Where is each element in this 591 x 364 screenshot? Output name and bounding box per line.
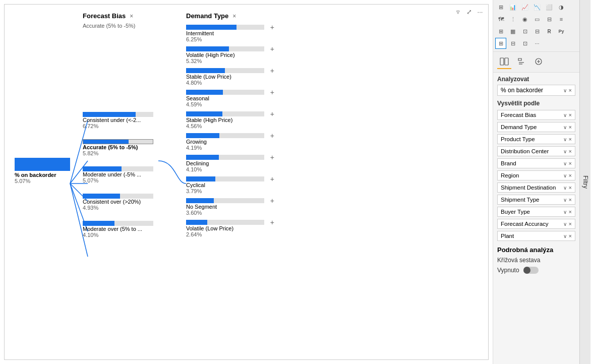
fb-item-1[interactable]: Consistent under (<-2... 6.72%: [83, 112, 153, 129]
dt-plus-2[interactable]: +: [270, 45, 274, 53]
dt-plus-7[interactable]: +: [270, 153, 274, 161]
dt-item-2[interactable]: + Volatile (High Price) 5.32%: [186, 46, 264, 64]
fields-icon[interactable]: [497, 55, 511, 69]
fb-item-5[interactable]: Moderate over (5% to ... 4.10%: [83, 221, 153, 238]
dt-item-3[interactable]: + Stable (Low Price) 4.80%: [186, 68, 264, 86]
icon-more2[interactable]: ···: [531, 38, 543, 49]
analytics-icon[interactable]: [531, 55, 546, 69]
dt-item-1[interactable]: + Intermittent 6.25%: [186, 25, 264, 42]
icon-slicer[interactable]: ≡: [556, 14, 567, 25]
explain-x-4[interactable]: ×: [569, 148, 572, 154]
icon-table[interactable]: ⊞: [495, 2, 506, 13]
explain-item-buyer-type[interactable]: Buyer Type ∨ ×: [497, 207, 575, 217]
icon-line[interactable]: 📈: [519, 2, 530, 13]
explain-x-2[interactable]: ×: [569, 124, 572, 130]
explain-item-demand-type[interactable]: Demand Type ∨ ×: [497, 122, 575, 132]
dt-plus-5[interactable]: +: [270, 110, 274, 118]
fb-panel-title: Forecast Bias: [83, 12, 126, 20]
dt-value-10: 2.64%: [186, 231, 264, 237]
icon-smartnarrative[interactable]: ⊡: [519, 38, 530, 49]
explain-x-7[interactable]: ×: [569, 185, 572, 191]
root-node[interactable]: % on backorder 5.07%: [15, 158, 70, 184]
analyzovat-section: Analyzovat % on backorder ∨ × Vysvětlit …: [493, 73, 579, 277]
dt-plus-3[interactable]: +: [270, 67, 274, 75]
fb-panel-close[interactable]: ×: [130, 13, 133, 20]
explain-x-6[interactable]: ×: [569, 172, 572, 178]
filtry-tab[interactable]: Filtry: [579, 0, 590, 364]
icon-area[interactable]: 📉: [531, 2, 543, 13]
icon-scatter[interactable]: ⬜: [544, 2, 555, 13]
focus-icon[interactable]: ⤢: [465, 8, 473, 16]
explain-chevron-1[interactable]: ∨: [563, 112, 567, 118]
icon-py[interactable]: Py: [556, 26, 567, 37]
dt-plus-6[interactable]: +: [270, 132, 274, 140]
icon-gauge[interactable]: ◉: [519, 14, 530, 25]
analyze-x[interactable]: ×: [569, 87, 572, 93]
explain-x-5[interactable]: ×: [569, 160, 572, 166]
icon-waterfall[interactable]: ⊡: [519, 26, 530, 37]
icon-ribbon[interactable]: ⊟: [531, 26, 543, 37]
explain-chevron-8[interactable]: ∨: [563, 197, 567, 203]
fb-item-3[interactable]: Moderate under (-5% ... 5.07%: [83, 166, 153, 184]
explain-chevron-3[interactable]: ∨: [563, 137, 567, 142]
vypnuto-toggle[interactable]: [523, 267, 539, 274]
explain-chevron-4[interactable]: ∨: [563, 149, 567, 154]
dt-plus-10[interactable]: +: [270, 218, 274, 226]
dt-item-9[interactable]: + No Segment 3.60%: [186, 198, 264, 216]
explain-chevron-11[interactable]: ∨: [563, 233, 567, 239]
dt-plus-9[interactable]: +: [270, 197, 274, 205]
dt-item-8[interactable]: + Cyclical 3.79%: [186, 176, 264, 194]
explain-x-9[interactable]: ×: [569, 209, 572, 215]
explain-x-1[interactable]: ×: [569, 112, 572, 118]
explain-chevron-2[interactable]: ∨: [563, 125, 567, 130]
dt-plus-8[interactable]: +: [270, 175, 274, 183]
dt-item-7[interactable]: + Declining 4.10%: [186, 155, 264, 172]
icon-card[interactable]: ▭: [531, 14, 543, 25]
icon-bar[interactable]: 📊: [507, 2, 518, 13]
explain-item-brand[interactable]: Brand ∨ ×: [497, 158, 575, 168]
dt-panel-close[interactable]: ×: [232, 13, 236, 20]
explain-chevron-10[interactable]: ∨: [563, 221, 567, 227]
explain-item-shipment-type[interactable]: Shipment Type ∨ ×: [497, 195, 575, 205]
explain-chevron-9[interactable]: ∨: [563, 209, 567, 215]
explain-x-3[interactable]: ×: [569, 136, 572, 142]
dt-plus-1[interactable]: +: [270, 23, 274, 31]
icon-kpi[interactable]: ⊟: [544, 14, 555, 25]
explain-item-shipment-destination[interactable]: Shipment Destination ∨ ×: [497, 183, 575, 193]
explain-item-plant[interactable]: Plant ∨ ×: [497, 231, 575, 241]
filter-icon[interactable]: ▿: [454, 8, 462, 16]
format-icon[interactable]: [514, 55, 528, 69]
dt-value-1: 6.25%: [186, 36, 264, 42]
explain-item-product-type[interactable]: Product Type ∨ ×: [497, 134, 575, 144]
explain-x-11[interactable]: ×: [569, 233, 572, 239]
icon-pie[interactable]: ◑: [556, 2, 567, 13]
icon-map[interactable]: 🗺: [495, 14, 506, 25]
fb-panel-subtitle: Accurate (5% to -5%): [83, 23, 153, 29]
explain-item-region[interactable]: Region ∨ ×: [497, 170, 575, 180]
explain-x-10[interactable]: ×: [569, 221, 572, 227]
explain-x-8[interactable]: ×: [569, 197, 572, 203]
explain-item-forecast-bias[interactable]: Forecast Bias ∨ ×: [497, 110, 575, 120]
icon-decomp[interactable]: ⊞: [495, 38, 506, 49]
icon-funnel[interactable]: ⋮: [507, 14, 518, 25]
explain-item-forecast-accuracy[interactable]: Forecast Accuracy ∨ ×: [497, 219, 575, 229]
explain-chevron-6[interactable]: ∨: [563, 173, 567, 178]
icon-r[interactable]: R: [544, 26, 555, 37]
fb-item-4[interactable]: Consistent over (>20%) 4.93%: [83, 194, 153, 211]
dt-item-6[interactable]: + Growing 4.19%: [186, 133, 264, 151]
dt-plus-4[interactable]: +: [270, 88, 274, 96]
explain-chevron-7[interactable]: ∨: [563, 185, 567, 191]
explain-item-distribution-center[interactable]: Distribution Center ∨ ×: [497, 146, 575, 156]
fb-item-2[interactable]: Accurate (5% to -5%) 5.82%: [83, 139, 153, 156]
dt-item-5[interactable]: + Stable (High Price) 4.56%: [186, 111, 264, 129]
analyze-field[interactable]: % on backorder ∨ ×: [497, 85, 575, 96]
icon-qa[interactable]: ⊟: [507, 38, 518, 49]
dt-item-4[interactable]: + Seasonal 4.59%: [186, 90, 264, 107]
more-icon[interactable]: ···: [476, 8, 484, 16]
dt-item-10[interactable]: + Volatile (Low Price) 2.64%: [186, 220, 264, 237]
root-bar: [15, 158, 70, 171]
analyze-chevron[interactable]: ∨: [563, 88, 567, 93]
explain-chevron-5[interactable]: ∨: [563, 161, 567, 166]
icon-treemap[interactable]: ▦: [507, 26, 518, 37]
icon-matrix[interactable]: ⊞: [495, 26, 506, 37]
